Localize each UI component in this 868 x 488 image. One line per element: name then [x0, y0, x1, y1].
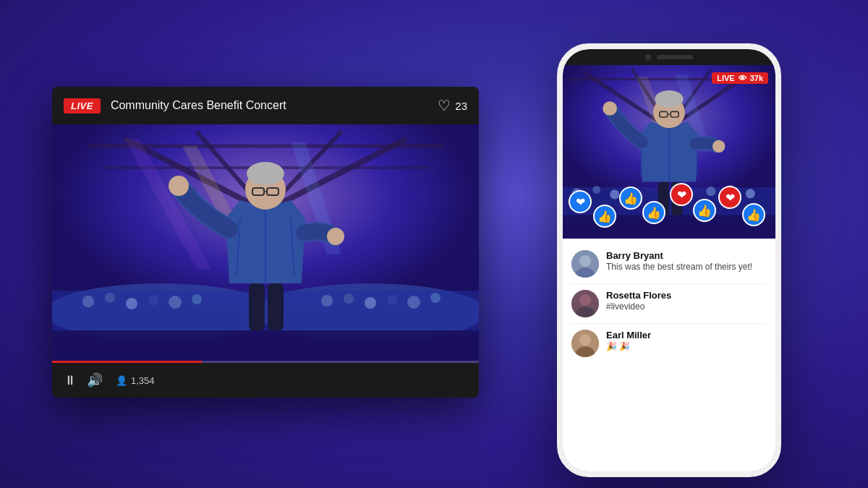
svg-point-18 [192, 294, 202, 304]
svg-point-28 [169, 176, 189, 196]
svg-point-56 [655, 90, 683, 108]
eye-icon: 👁 [739, 74, 746, 82]
comment-text-rosetta: #livevideo [606, 301, 767, 312]
phone-video: LIVE 👁 37k ❤ 👍 👍 👍 ❤ 👍 ❤ 👍 [563, 65, 775, 239]
player-header: LIVE Community Cares Benefit Concert ♡ 2… [52, 87, 479, 124]
pause-button[interactable]: ⏸ [64, 373, 77, 388]
viewer-count-label: 1,354 [131, 375, 155, 386]
reactions-area: ❤ 👍 👍 👍 ❤ 👍 ❤ 👍 [563, 181, 775, 235]
commenter-name-earl: Earl Miller [606, 330, 767, 341]
commenter-name-rosetta: Rosetta Flores [606, 290, 767, 301]
svg-point-53 [603, 101, 617, 116]
avatar-rosetta [571, 290, 599, 317]
progress-bar[interactable] [52, 361, 479, 363]
reaction-heart-3: ❤ [718, 186, 741, 209]
comment-body-barry: Barry Bryant This was the best stream of… [606, 250, 767, 272]
svg-point-13 [82, 296, 94, 307]
viewer-count-area: 👤 1,354 [116, 375, 155, 386]
avatar-earl [571, 330, 599, 357]
reaction-like-2: 👍 [619, 187, 642, 210]
phone-live-badge: LIVE 👁 37k [712, 72, 768, 84]
reaction-like-4: 👍 [693, 199, 716, 222]
phone-speaker [657, 55, 693, 59]
phone-top-bar [563, 49, 775, 65]
svg-point-24 [430, 293, 441, 303]
svg-point-23 [407, 296, 420, 309]
svg-point-61 [579, 255, 591, 267]
svg-point-31 [247, 162, 284, 185]
svg-point-19 [321, 295, 333, 307]
desktop-player: LIVE Community Cares Benefit Concert ♡ 2… [52, 87, 479, 398]
reaction-like-3: 👍 [642, 201, 665, 224]
svg-rect-27 [268, 283, 284, 330]
phone-live-label: LIVE [717, 74, 734, 82]
live-badge: LIVE [64, 98, 101, 114]
reaction-like-1: 👍 [593, 205, 616, 228]
comment-item-barry: Barry Bryant This was the best stream of… [571, 244, 767, 284]
progress-fill [52, 361, 202, 363]
svg-point-22 [387, 295, 397, 305]
viewers-icon: 👤 [116, 375, 127, 386]
comment-text-earl: 🎉 🎉 [606, 341, 767, 351]
svg-point-16 [148, 295, 158, 305]
phone-inner: LIVE 👁 37k ❤ 👍 👍 👍 ❤ 👍 ❤ 👍 [563, 49, 775, 471]
svg-point-54 [712, 140, 725, 153]
comment-body-earl: Earl Miller 🎉 🎉 [606, 330, 767, 351]
volume-button[interactable]: 🔊 [87, 372, 103, 388]
reaction-heart: ❤ [569, 190, 592, 213]
comment-item-rosetta: Rosetta Flores #livevideo [571, 284, 767, 324]
comment-text-barry: This was the best stream of theirs yet! [606, 262, 767, 272]
phone-mockup: LIVE 👁 37k ❤ 👍 👍 👍 ❤ 👍 ❤ 👍 [557, 43, 781, 477]
concert-image [52, 124, 479, 363]
heart-icon: ♡ [438, 97, 451, 114]
svg-point-14 [105, 293, 115, 303]
svg-point-29 [327, 228, 344, 245]
heart-count: 23 [455, 100, 467, 112]
svg-point-20 [344, 294, 354, 304]
heart-area: ♡ 23 [438, 97, 467, 114]
player-title: Community Cares Benefit Concert [111, 99, 427, 112]
reaction-heart-2: ❤ [670, 183, 693, 206]
phone-viewer-count: 37k [750, 74, 763, 82]
comment-item-earl: Earl Miller 🎉 🎉 [571, 324, 767, 363]
phone-camera [645, 54, 651, 60]
svg-point-15 [126, 298, 137, 309]
svg-point-21 [365, 297, 376, 309]
commenter-name-barry: Barry Bryant [606, 250, 767, 261]
svg-rect-26 [249, 283, 265, 330]
svg-point-67 [579, 334, 591, 346]
comment-body-rosetta: Rosetta Flores #livevideo [606, 290, 767, 312]
reaction-like-5: 👍 [742, 203, 765, 226]
svg-point-17 [169, 296, 182, 309]
phone-comments: Barry Bryant This was the best stream of… [563, 239, 775, 369]
avatar-barry [571, 250, 599, 278]
player-controls: ⏸ 🔊 👤 1,354 [52, 363, 479, 398]
svg-point-64 [579, 294, 591, 306]
svg-rect-25 [52, 330, 479, 363]
